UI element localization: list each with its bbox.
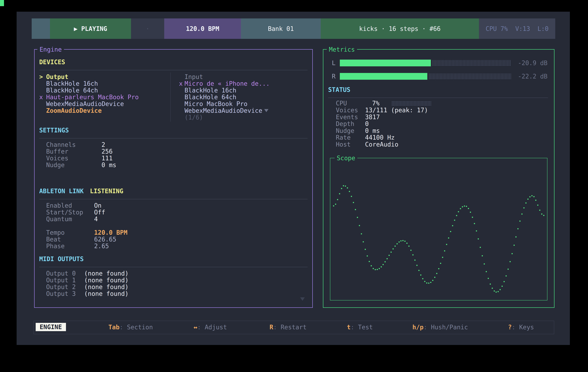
link-sync-label: Tempo [46, 229, 64, 236]
scope-dot [535, 200, 536, 201]
device-label: Output [46, 73, 68, 80]
status-label: Depth [336, 120, 354, 127]
device-label: BlackHole 64ch [185, 94, 236, 101]
scope-dot [510, 261, 511, 262]
status-label: Nudge [336, 127, 354, 134]
hint-colon: : [273, 324, 281, 331]
link-row: Quantum4 [46, 216, 72, 222]
scope-dot [454, 220, 455, 221]
scope-dot [525, 202, 526, 203]
status-label: Events [336, 113, 358, 121]
link-row-label: Enabled [46, 202, 72, 209]
meter-fill-R [340, 73, 427, 80]
devices-column-divider [170, 72, 171, 122]
midi-row-value: (none found) [84, 290, 128, 297]
scope-dot [543, 215, 544, 216]
scope-dot [502, 286, 503, 287]
status-row: Depth0 [336, 121, 354, 127]
link-sync-row: Tempo120.0 BPM [46, 229, 64, 236]
device-row[interactable]: >Output [39, 73, 43, 80]
scope-dot [406, 243, 408, 244]
topbar-segment-separator: · [131, 19, 164, 39]
scope-dot [345, 186, 346, 187]
device-label: WebexMediaAudioDevice [185, 107, 262, 114]
scope-dot [343, 185, 344, 186]
midi-row-label: Output 1 [46, 277, 76, 284]
scope-dot [339, 193, 340, 194]
hint-section: Tab: Section [108, 323, 153, 331]
hint-colon: : [512, 324, 519, 331]
scope-dot [505, 275, 507, 276]
midi-row: Output 1(none found) [46, 277, 76, 283]
scope-dot [375, 269, 376, 270]
scope-dot [418, 270, 420, 271]
link-sync-row: Beat626.65 [46, 236, 61, 243]
scope-dot [387, 258, 388, 259]
status-row-cpu: CPU7% [336, 100, 347, 107]
link-sync-value: 120.0 BPM [94, 229, 127, 236]
scope-dot [393, 248, 394, 250]
settings-row-value: 256 [102, 148, 113, 155]
device-label: Micro de « iPhone de... [185, 80, 270, 87]
topbar-segment-pattern-info: kicks · 16 steps · #66 [321, 19, 479, 39]
hint-test: t: Test [347, 323, 373, 331]
scope-dot [365, 249, 366, 250]
devices-header: DEVICES [39, 59, 65, 65]
meter-label-R: R [332, 73, 336, 80]
scope-dot [410, 250, 411, 251]
hint-hush/panic: h/p: Hush/Panic [412, 323, 468, 331]
scope-dot [460, 208, 461, 209]
scope-dot [537, 205, 538, 206]
scope-dot [397, 243, 398, 244]
scope-dot [373, 268, 374, 269]
input-dropdown-icon[interactable] [264, 109, 268, 112]
meter-track-L [432, 60, 511, 66]
status-header: STATUS [328, 86, 350, 93]
link-row: EnabledOn [46, 202, 72, 209]
device-label: (1/6) [185, 114, 203, 121]
scope-dot [379, 268, 380, 269]
hint-key: Tab [108, 324, 119, 331]
engine-scroll-down-icon[interactable] [300, 297, 305, 301]
scope-dot [409, 246, 410, 247]
meter-value-R: -22.2 dB [518, 73, 547, 80]
hint-adjust: ↔: Adjust [194, 323, 227, 331]
device-row[interactable]: xMicro de « iPhone de... [179, 80, 183, 87]
scope-dot [488, 278, 489, 279]
scope-dot [363, 241, 364, 242]
device-label: ZoomAudioDevice [46, 107, 102, 114]
meter-track-R [429, 74, 511, 79]
scope-dot [359, 225, 360, 226]
status-divider [328, 98, 548, 98]
midi-row-label: Output 0 [46, 270, 76, 277]
status-value: 3817 [365, 114, 380, 121]
scope-dot [512, 253, 513, 254]
device-label: BlackHole 16ch [185, 87, 236, 94]
input-column-header: Input [185, 73, 203, 80]
topbar-segment-perf-stats: CPU 7% V:13 L:0 [479, 19, 555, 39]
scope-dot [385, 261, 386, 262]
scope-dot [524, 207, 525, 208]
scope-dot [341, 188, 342, 189]
hint-label: Keys [519, 324, 534, 331]
link-row: Start/StopOff [46, 209, 83, 216]
scope-dot [508, 269, 509, 270]
device-label: BlackHole 16ch [46, 80, 98, 87]
scope-dot [355, 209, 356, 210]
scope-dot [474, 223, 475, 224]
device-row[interactable]: xHaut-parleurs MacBook Pro [39, 94, 43, 101]
scope-dot [521, 213, 523, 215]
status-row: HostCoreAudio [336, 141, 351, 148]
scope-dot [351, 196, 352, 197]
status-rows: CPU7%Voices13/111 (peak: 17)Events3817De… [0, 0, 588, 6]
scope-dot [400, 240, 401, 241]
metrics-panel-title: Metrics [327, 46, 357, 53]
scope-dot [496, 292, 497, 292]
scope-dot [428, 283, 429, 284]
hint-key: t [347, 324, 351, 331]
scope-dot [395, 246, 396, 247]
selected-marker-icon: > [39, 73, 43, 80]
scope-dot [337, 199, 338, 200]
scope-dot [369, 261, 370, 262]
settings-row-value: 2 [102, 141, 105, 148]
